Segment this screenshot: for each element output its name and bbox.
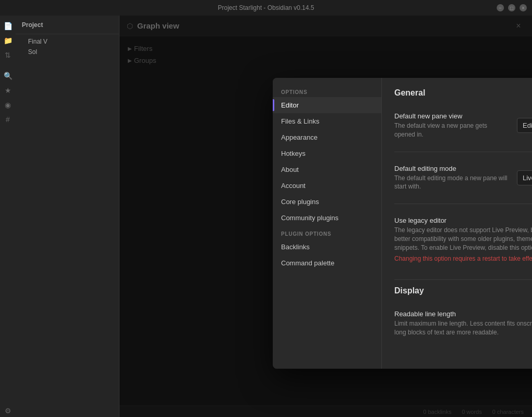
default-editing-mode-label: Default editing mode <box>394 165 509 172</box>
divider-1 <box>394 152 532 152</box>
nav-item-appearance[interactable]: Appearance <box>273 129 381 145</box>
maximize-button[interactable]: □ <box>508 4 515 11</box>
new-file-icon[interactable]: 📄 <box>2 20 14 32</box>
legacy-editor-text: Use legacy editor The legacy editor does… <box>394 217 532 263</box>
folder-icon[interactable]: 📁 <box>2 34 14 47</box>
minimize-button[interactable]: − <box>497 4 504 11</box>
default-editing-mode-row: Default editing mode The default editing… <box>394 158 532 198</box>
general-section-title: General <box>394 88 532 98</box>
readable-line-length-text: Readable line length Limit maximum line … <box>394 310 532 337</box>
default-new-pane-desc: The default view a new pane gets opened … <box>394 122 509 139</box>
settings-modal: × OPTIONS Editor Files & Links Appearanc… <box>273 78 532 369</box>
default-new-pane-row: Default new pane view The default view a… <box>394 106 532 145</box>
legacy-editor-label: Use legacy editor <box>394 217 532 224</box>
search-icon[interactable]: 🔍 <box>2 70 14 82</box>
modal-content-area: General Default new pane view The defaul… <box>382 78 532 369</box>
default-new-pane-dropdown[interactable]: Editing view ▼ <box>517 118 532 133</box>
window-controls: − □ × <box>497 4 527 11</box>
general-section: General Default new pane view The defaul… <box>394 88 532 269</box>
default-editing-mode-value: Live Preview <box>523 174 532 182</box>
settings-icon[interactable]: ⚙ <box>2 405 14 417</box>
display-section-title: Display <box>394 286 532 295</box>
nav-item-command-palette[interactable]: Command palette <box>273 255 381 271</box>
nav-item-editor[interactable]: Editor <box>273 97 381 113</box>
legacy-editor-row: Use legacy editor The legacy editor does… <box>394 210 532 269</box>
title-bar: Project Starlight - Obsidian v0.14.5 − □… <box>0 0 532 16</box>
sidebar-title: Project <box>22 21 43 29</box>
divider-2 <box>394 204 532 204</box>
tag-icon[interactable]: # <box>2 113 14 126</box>
options-section-label: OPTIONS <box>273 84 381 97</box>
nav-item-hotkeys[interactable]: Hotkeys <box>273 145 381 162</box>
readable-line-length-row: Readable line length Limit maximum line … <box>394 304 532 343</box>
app-background: Project Starlight - Obsidian v0.14.5 − □… <box>0 0 532 417</box>
nav-item-about[interactable]: About <box>273 162 381 178</box>
default-new-pane-label: Default new pane view <box>394 112 509 120</box>
display-section: Display Readable line length Limit maxim… <box>394 286 532 343</box>
app-title: Project Starlight - Obsidian v0.14.5 <box>218 4 314 11</box>
close-window-button[interactable]: × <box>520 4 527 11</box>
default-editing-mode-dropdown[interactable]: Live Preview ▼ <box>517 170 532 185</box>
app-body: 📄 📁 ⇅ 🔍 ★ ◉ # ⚙ Project Final V Sol ⬡ Gr… <box>0 16 532 417</box>
default-editing-mode-desc: The default editing mode a new pane will… <box>394 174 509 192</box>
sidebar-item-final-v[interactable]: Final V <box>16 36 119 47</box>
default-editing-mode-text: Default editing mode The default editing… <box>394 165 509 192</box>
default-new-pane-text: Default new pane view The default view a… <box>394 112 509 139</box>
main-area: ⬡ Graph view × ▶ Filters ▶ Groups × <box>119 16 532 417</box>
nav-item-backlinks[interactable]: Backlinks <box>273 239 381 255</box>
nav-item-core-plugins[interactable]: Core plugins <box>273 194 381 210</box>
sidebar-header: Project <box>16 16 119 34</box>
graph-icon[interactable]: ◉ <box>2 99 14 111</box>
legacy-editor-warning: Changing this option requires a restart … <box>394 254 532 263</box>
nav-item-community-plugins[interactable]: Community plugins <box>273 210 381 226</box>
nav-item-files-links[interactable]: Files & Links <box>273 113 381 129</box>
legacy-editor-desc: The legacy editor does not support Live … <box>394 226 532 252</box>
default-new-pane-value: Editing view <box>523 122 532 129</box>
file-sidebar: Project Final V Sol <box>16 16 119 417</box>
star-icon[interactable]: ★ <box>2 84 14 97</box>
readable-line-length-label: Readable line length <box>394 310 532 318</box>
icon-rail: 📄 📁 ⇅ 🔍 ★ ◉ # ⚙ <box>0 16 16 417</box>
sort-icon[interactable]: ⇅ <box>2 49 14 61</box>
readable-line-length-desc: Limit maximum line length. Less content … <box>394 319 532 337</box>
sidebar-content: Final V Sol <box>16 34 119 417</box>
divider-3 <box>394 279 532 280</box>
nav-item-account[interactable]: Account <box>273 178 381 194</box>
sidebar-item-sol[interactable]: Sol <box>16 47 119 57</box>
plugin-options-section-label: PLUGIN OPTIONS <box>273 226 381 239</box>
modal-sidebar-nav: OPTIONS Editor Files & Links Appearance … <box>273 78 382 369</box>
